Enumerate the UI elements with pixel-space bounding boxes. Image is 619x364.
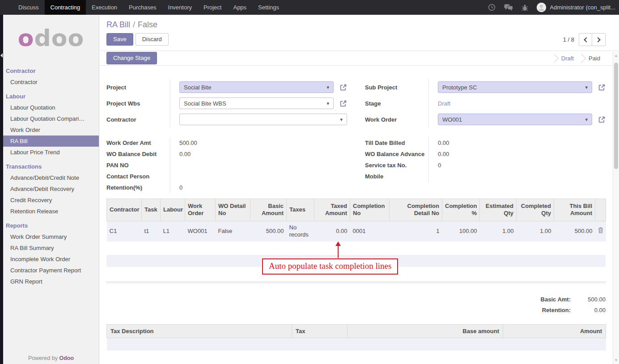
cell-completion-no[interactable]: 0001 <box>350 221 390 241</box>
breadcrumb-ra-bill-link[interactable]: RA Bill <box>106 20 130 29</box>
menu-settings[interactable]: Settings <box>252 0 285 15</box>
activities-clock-icon[interactable] <box>488 4 496 11</box>
sidebar-item-labour-quotation-comparison[interactable]: Labour Quotation Compari… <box>3 113 99 124</box>
sub-project-label: Sub Project <box>365 84 428 91</box>
form-top-group: Project Social Bite ▾ <box>106 79 606 127</box>
pager-previous-button[interactable] <box>579 33 592 46</box>
col-work-order: Work Order <box>185 199 216 221</box>
sidebar-item-labour-price-trend[interactable]: Labour Price Trend <box>3 147 99 158</box>
cell-task[interactable]: t1 <box>142 221 161 241</box>
sidebar-item-work-order-summary[interactable]: Work Order Summary <box>3 231 99 242</box>
wo-balance-advance-value: 0.00 <box>438 151 449 157</box>
col-this-bill-amount: This Bill Amount <box>554 199 595 221</box>
apps-drawer-edge[interactable] <box>0 15 3 364</box>
contractor-select[interactable]: ▾ <box>179 114 347 125</box>
scroll-down-arrow-icon[interactable]: ▼ <box>613 358 619 362</box>
project-wbs-select[interactable]: Social Bite WBS ▾ <box>179 97 334 109</box>
cell-taxes[interactable]: No records <box>287 221 314 241</box>
col-tax-description: Tax Description <box>107 325 292 338</box>
menu-apps[interactable]: Apps <box>227 0 252 15</box>
sidebar-nav: Contractor Contractor Labour Labour Quot… <box>3 58 99 287</box>
cell-this-bill-amount[interactable]: 500.00 <box>554 221 595 241</box>
odoo-brand-link[interactable]: Odoo <box>59 355 74 361</box>
cell-completion-pct[interactable]: 100.00 <box>442 221 480 241</box>
cell-basic-amount[interactable]: 500.00 <box>250 221 287 241</box>
table-row[interactable]: C1 t1 L1 WO001 False 500.00 No records 0… <box>107 221 606 241</box>
dropdown-caret-icon: ▾ <box>337 117 343 123</box>
stage-label: Stage <box>365 100 428 107</box>
odoo-logo: odoo <box>3 15 99 58</box>
menu-inventory[interactable]: Inventory <box>162 0 198 15</box>
systray: Administrator (con_split... <box>488 0 619 15</box>
wo-balance-advance-label: WO Balance Advance <box>365 151 428 157</box>
sidebar-section-labour: Labour <box>3 90 99 102</box>
sidebar-item-work-order[interactable]: Work Order <box>3 124 99 135</box>
tax-table: Tax Description Tax Base amount Amount <box>106 324 606 351</box>
main-content: RA Bill/False Save Discard 1 / 8 Change … <box>99 15 619 364</box>
col-amount: Amount <box>503 325 606 338</box>
till-date-billed-value: 0.00 <box>438 140 449 146</box>
sidebar-item-labour-quotation[interactable]: Labour Quotation <box>3 102 99 113</box>
messages-chat-icon[interactable] <box>504 4 513 11</box>
menu-execution[interactable]: Execution <box>86 0 123 15</box>
sidebar-item-grn-report[interactable]: GRN Report <box>3 276 99 287</box>
cell-work-order[interactable]: WO001 <box>185 221 216 241</box>
breadcrumb: RA Bill/False <box>106 20 619 30</box>
service-tax-no-value[interactable]: 0 <box>438 162 441 169</box>
topbar: Discuss Contracting Execution Purchases … <box>0 0 619 15</box>
cell-contractor[interactable]: C1 <box>107 221 142 241</box>
sidebar-item-contractor[interactable]: Contractor <box>3 76 99 88</box>
cell-wo-detail-no[interactable]: False <box>216 221 250 241</box>
save-button[interactable]: Save <box>106 33 133 46</box>
sidebar-item-ra-bill-summary[interactable]: RA Bill Summary <box>3 242 99 254</box>
sidebar-item-contractor-payment-report[interactable]: Contractor Payment Report <box>3 265 99 276</box>
menu-purchases[interactable]: Purchases <box>123 0 162 15</box>
project-wbs-external-link-icon[interactable] <box>339 100 347 107</box>
statusbar: Change Stage Draft Paid <box>99 51 619 66</box>
col-tax: Tax <box>292 325 348 338</box>
scroll-up-arrow-icon[interactable]: ▲ <box>613 54 619 58</box>
totals-block: Basic Amt: 500.00 Retention: 0.00 <box>106 296 606 313</box>
debug-bug-icon[interactable] <box>521 4 528 11</box>
sidebar-item-credit-recovery[interactable]: Credit Recovery <box>3 195 99 206</box>
menu-discuss[interactable]: Discuss <box>13 0 45 15</box>
tax-empty-row <box>107 338 606 351</box>
cell-completed-qty[interactable]: 1.00 <box>517 221 554 241</box>
stage-pipeline: Draft Paid <box>554 51 619 65</box>
bill-lines-table: Contractor Task Labour Work Order WO Det… <box>106 199 606 241</box>
cell-estimated-qty[interactable]: 1.00 <box>480 221 517 241</box>
cell-completion-detail-no[interactable]: 1 <box>390 221 442 241</box>
discard-button[interactable]: Discard <box>136 33 169 46</box>
sidebar-item-retention-release[interactable]: Retention Release <box>3 206 99 217</box>
work-order-select[interactable]: WO001 ▾ <box>438 114 592 125</box>
mobile-label: Mobile <box>365 173 428 180</box>
menu-project[interactable]: Project <box>198 0 227 15</box>
sub-project-external-link-icon[interactable] <box>598 84 606 91</box>
delete-row-trash-icon[interactable] <box>598 227 603 233</box>
stage-value: Draft <box>438 100 450 107</box>
sidebar-section-reports: Reports <box>3 220 99 231</box>
sidebar-item-advance-debit-credit-note[interactable]: Advance/Debit/Credit Note <box>3 172 99 183</box>
chevron-left-icon <box>584 37 589 42</box>
sidebar-item-ra-bill[interactable]: RA Bill <box>3 135 99 147</box>
cell-labour[interactable]: L1 <box>161 221 185 241</box>
col-completion-pct: Completion % <box>442 199 480 221</box>
retention-pct-value[interactable]: 0 <box>179 184 182 191</box>
project-select[interactable]: Social Bite ▾ <box>179 81 334 93</box>
retention-pct-label: Retention(%) <box>106 184 170 191</box>
menu-contracting[interactable]: Contracting <box>45 0 86 15</box>
cell-taxed-amount[interactable]: 0.00 <box>314 221 350 241</box>
pager-next-button[interactable] <box>592 33 606 46</box>
change-stage-button[interactable]: Change Stage <box>106 52 157 64</box>
sidebar-item-incomplete-work-order[interactable]: Incomplete Work Order <box>3 254 99 265</box>
scrollbar-thumb[interactable] <box>614 63 618 169</box>
col-completed-qty: Completed Qty <box>517 199 554 221</box>
user-menu[interactable]: Administrator (con_split... <box>537 3 615 12</box>
project-external-link-icon[interactable] <box>339 84 347 91</box>
sidebar-item-advance-debit-recovery[interactable]: Advance/Debit Recovery <box>3 183 99 195</box>
sub-project-select[interactable]: Prototype SC ▾ <box>438 81 592 93</box>
contact-person-label: Contact Person <box>106 173 170 180</box>
dropdown-caret-icon: ▾ <box>582 85 588 90</box>
work-order-external-link-icon[interactable] <box>598 116 606 123</box>
col-task: Task <box>142 199 161 221</box>
